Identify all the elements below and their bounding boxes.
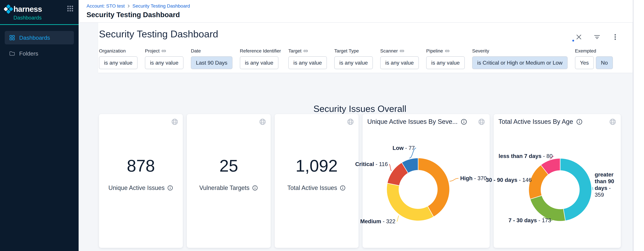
donut-chart-severity: High - 370Medium - 322Critical - 116Low … bbox=[362, 114, 490, 248]
sidebar-item-folders[interactable]: Folders bbox=[5, 47, 74, 60]
info-icon[interactable] bbox=[167, 185, 173, 191]
sidebar-nav: Dashboards Folders bbox=[0, 31, 78, 60]
dashboards-icon bbox=[9, 35, 15, 41]
breadcrumb-page-link[interactable]: Security Testing Dashboard bbox=[132, 3, 190, 9]
tile-issues-by-age: Total Active Issues By Age greater than … bbox=[494, 114, 621, 248]
filter-group: Targetis any value bbox=[288, 48, 327, 69]
filter-value-button[interactable]: is any value bbox=[145, 56, 184, 69]
tile-unique-active-issues: 878 Unique Active Issues bbox=[99, 114, 183, 248]
filter-label: Target bbox=[288, 48, 327, 54]
dashboard-panel: Security Testing Dashboard Organizationi… bbox=[98, 23, 632, 73]
scrollbar-gutter[interactable] bbox=[633, 0, 644, 251]
sidebar-divider bbox=[0, 24, 78, 25]
link-icon bbox=[303, 48, 308, 53]
donut-label: greater than 90 days - 359 bbox=[595, 171, 620, 198]
donut-leader-line bbox=[450, 178, 458, 181]
page-title: Security Testing Dashboard bbox=[86, 11, 633, 19]
filter-group: Reference Identifieris any value bbox=[240, 48, 281, 69]
filter-group: Organizationis any value bbox=[99, 48, 138, 69]
filter-label: Exempted bbox=[575, 48, 613, 54]
brand-name: harness bbox=[14, 4, 42, 14]
tile-total-active-issues: 1,092 Total Active Issues bbox=[275, 114, 358, 248]
filter-value-button[interactable]: Last 90 Days bbox=[191, 56, 232, 69]
filter-value-button[interactable]: No bbox=[596, 56, 613, 69]
filter-group: Severityis Critical or High or Medium or… bbox=[472, 48, 568, 69]
metric-value: 1,092 bbox=[275, 156, 358, 176]
filter-value-button[interactable]: Yes bbox=[575, 56, 594, 69]
metric-label: Total Active Issues bbox=[287, 184, 337, 192]
donut-leader-line bbox=[592, 187, 593, 190]
filter-label: Date bbox=[191, 48, 232, 54]
filter-value-button[interactable]: is any value bbox=[288, 56, 327, 69]
filter-group: DateLast 90 Days bbox=[191, 48, 232, 69]
donut-label: Critical - 116 bbox=[355, 161, 388, 168]
top-header: Account: STO test Security Testing Dashb… bbox=[78, 0, 633, 23]
kebab-menu-icon[interactable] bbox=[611, 33, 619, 41]
filter-label: Severity bbox=[472, 48, 568, 54]
filter-label: Pipeline bbox=[426, 48, 465, 54]
donut-label: High - 370 bbox=[460, 175, 487, 182]
info-icon[interactable] bbox=[252, 185, 258, 191]
filter-value-button[interactable]: is any value bbox=[99, 56, 138, 69]
sidebar-item-label: Folders bbox=[19, 50, 38, 57]
breadcrumb: Account: STO test Security Testing Dashb… bbox=[86, 3, 633, 9]
link-icon bbox=[445, 48, 450, 53]
filter-label: Project bbox=[145, 48, 184, 54]
globe-icon bbox=[171, 118, 178, 126]
filter-label: Reference Identifier bbox=[240, 48, 281, 54]
donut-label: 7 - 30 days - 173 bbox=[508, 217, 551, 224]
donut-slice-greater-than-90-days[interactable] bbox=[560, 158, 592, 221]
product-name: Dashboards bbox=[14, 15, 78, 21]
metric-label: Vulnerable Targets bbox=[199, 184, 250, 192]
filter-group: Pipelineis any value bbox=[426, 48, 465, 69]
filter-group: ExemptedYesNo bbox=[575, 48, 613, 69]
metric-value: 878 bbox=[99, 156, 183, 176]
dashboard-toolbar bbox=[575, 33, 619, 41]
filter-value-button[interactable]: is any value bbox=[426, 56, 465, 69]
sidebar-item-dashboards[interactable]: Dashboards bbox=[5, 31, 74, 44]
filter-group: Projectis any value bbox=[145, 48, 184, 69]
filter-group: Scanneris any value bbox=[380, 48, 419, 69]
filter-value-button[interactable]: is any value bbox=[334, 56, 373, 69]
tile-vulnerable-targets: 25 Vulnerable Targets bbox=[187, 114, 271, 248]
globe-icon bbox=[259, 118, 266, 126]
filter-icon[interactable] bbox=[593, 33, 601, 41]
folder-icon bbox=[9, 50, 15, 56]
donut-chart-age: greater than 90 days - 3597 - 30 days - … bbox=[494, 114, 621, 248]
section-title: Security Issues Overall bbox=[99, 103, 621, 114]
donut-label: Medium - 322 bbox=[360, 218, 396, 225]
tile-issues-by-severity: Unique Active Issues By Seve... High - 3… bbox=[362, 114, 490, 248]
metric-label: Unique Active Issues bbox=[108, 184, 164, 192]
filter-indicator-dot bbox=[572, 40, 574, 41]
sidebar-item-label: Dashboards bbox=[19, 34, 50, 41]
tiles-row: 878 Unique Active Issues 25 Vulnerable T… bbox=[99, 114, 621, 248]
link-icon bbox=[161, 48, 166, 53]
breadcrumb-account-link[interactable]: Account: STO test bbox=[86, 3, 125, 9]
metric-value: 25 bbox=[187, 156, 271, 176]
dashboard-title: Security Testing Dashboard bbox=[99, 28, 632, 39]
filters-row: Organizationis any valueProjectis any va… bbox=[99, 48, 632, 69]
globe-icon bbox=[347, 118, 354, 126]
main-content: Security Testing Dashboard Organizationi… bbox=[78, 23, 633, 251]
info-icon[interactable] bbox=[340, 185, 346, 191]
filter-value-button[interactable]: is any value bbox=[240, 56, 278, 69]
donut-leader-line bbox=[397, 216, 399, 221]
filter-label: Scanner bbox=[380, 48, 419, 54]
donut-leader-line bbox=[389, 164, 392, 171]
link-icon bbox=[400, 48, 404, 53]
chevron-right-icon bbox=[126, 4, 131, 8]
donut-label: Low - 77 bbox=[392, 145, 415, 151]
filter-group: Target Typeis any value bbox=[334, 48, 373, 69]
filter-label: Organization bbox=[99, 48, 138, 54]
filter-label: Target Type bbox=[334, 48, 373, 54]
donut-slice-medium[interactable] bbox=[387, 183, 434, 221]
close-icon[interactable] bbox=[575, 33, 583, 41]
donut-label: 30 - 90 days - 146 bbox=[486, 177, 532, 183]
apps-grid-icon[interactable] bbox=[66, 5, 74, 12]
filter-value-button[interactable]: is Critical or High or Medium or Low bbox=[472, 56, 568, 69]
harness-logo-icon[interactable] bbox=[4, 4, 13, 14]
filter-value-button[interactable]: is any value bbox=[380, 56, 419, 69]
donut-label: less than 7 days - 80 bbox=[498, 153, 552, 160]
sidebar: harness Dashboards Dashboards bbox=[0, 0, 78, 251]
